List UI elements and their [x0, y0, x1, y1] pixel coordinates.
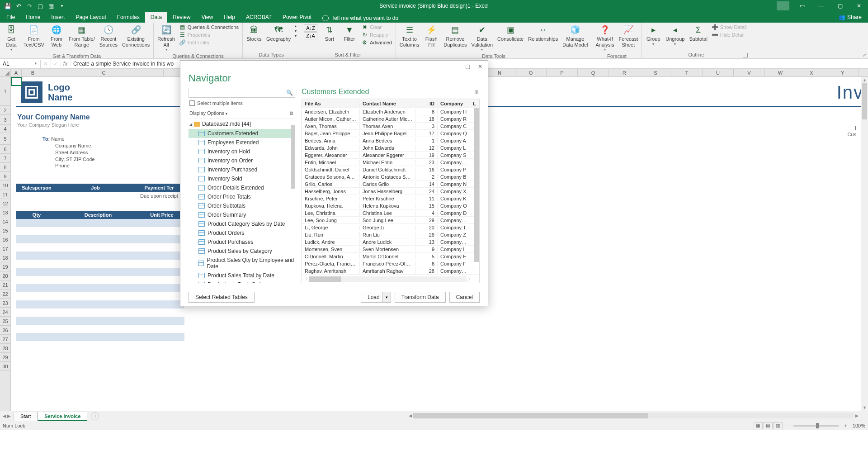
horizontal-scrollbar[interactable]: ◀ ▶ [407, 413, 860, 419]
col-header-P[interactable]: P [547, 69, 578, 76]
search-icon[interactable]: 🔍 [286, 90, 293, 96]
tree-item[interactable]: Inventory Purchased [189, 165, 295, 174]
display-options-dropdown[interactable]: Display Options ▾ 🗎 [189, 109, 295, 119]
col-header-X[interactable]: X [796, 69, 827, 76]
existing-conn-button[interactable]: 🔗Existing Connections [120, 24, 151, 48]
tree-item[interactable]: Inventory on Order [189, 156, 295, 165]
from-text-button[interactable]: 📄From Text/CSV [22, 24, 46, 48]
navigator-search[interactable]: 🔍 [189, 88, 295, 98]
col-header-V[interactable]: V [734, 69, 765, 76]
enter-formula-icon[interactable]: ✓ [51, 59, 61, 68]
dialog-restore-icon[interactable]: ▢ [462, 62, 473, 71]
row-header-3[interactable]: 3 [0, 115, 10, 125]
row-header-26[interactable]: 26 [0, 326, 10, 335]
table-row[interactable]: Lee, ChristinaChristina Lee4Company D [302, 209, 479, 217]
tab-nav[interactable]: ◀▶ [0, 413, 14, 418]
refresh-all-button[interactable]: 🔄Refresh All▾ [156, 24, 177, 52]
row-header-16[interactable]: 16 [0, 235, 10, 244]
row-header-28[interactable]: 28 [0, 344, 10, 353]
ungroup-button[interactable]: ◂Ungroup▾ [664, 24, 686, 47]
new-sheet-button[interactable]: + [91, 412, 99, 420]
table-row[interactable]: Grilo, CarlosCarlos Grilo14Company N [302, 180, 479, 188]
manage-model-button[interactable]: 🧊Manage Data Model [561, 24, 590, 48]
text-to-columns-button[interactable]: ☰Text to Columns [398, 24, 421, 48]
col-header-R[interactable]: R [609, 69, 640, 76]
scroll-up-icon[interactable]: ▲ [861, 77, 868, 83]
row-header-25[interactable]: 25 [0, 317, 10, 326]
dialog-close-icon[interactable]: ✕ [474, 62, 486, 71]
tree-item[interactable]: Order Price Totals [189, 192, 295, 201]
filter-button[interactable]: ▼Filter [340, 24, 359, 43]
tree-item[interactable]: Employees Extended [189, 138, 295, 147]
table-row[interactable]: Gratacos Solsona, AntonioAntonio Grataco… [302, 173, 479, 180]
tree-item[interactable]: Product Sales Qty by Employee and Date [189, 256, 295, 271]
sort-az-button[interactable]: A↓Z [304, 24, 317, 32]
flash-fill-button[interactable]: ⚡Flash Fill [422, 24, 441, 48]
table-row[interactable]: Autier Miconi, CatherineCatherine Autier… [302, 115, 479, 123]
select-multiple-checkbox[interactable]: Select multiple items [189, 98, 295, 109]
row-header-23[interactable]: 23 [0, 299, 10, 308]
forecast-sheet-button[interactable]: 📈Forecast Sheet [617, 24, 640, 48]
row-header-30[interactable]: 30 [0, 362, 10, 371]
tree-item[interactable]: Inventory Sold [189, 174, 295, 183]
redo-icon[interactable]: ↷ [24, 1, 34, 11]
search-input[interactable] [191, 90, 286, 95]
fx-icon[interactable]: fx [61, 59, 71, 68]
table-row[interactable]: Li, GeorgeGeorge Li20Company T [302, 224, 479, 231]
remove-duplicates-button[interactable]: ▤Remove Duplicates [442, 24, 468, 48]
minimize-icon[interactable]: — [812, 0, 830, 12]
transform-data-button[interactable]: Transform Data [395, 292, 446, 303]
chevron-down-icon[interactable]: ▼ [34, 62, 38, 66]
tab-help[interactable]: Help [218, 12, 241, 23]
row-header-13[interactable]: 13 [0, 208, 10, 217]
tab-data[interactable]: Data [145, 12, 167, 23]
zoom-level[interactable]: 100% [850, 423, 865, 428]
refresh-icon[interactable]: 🗎 [289, 110, 294, 116]
row-header-29[interactable]: 29 [0, 353, 10, 362]
table-row[interactable]: Bedecs, AnnaAnna Bedecs1Company A [302, 137, 479, 144]
checkbox-icon[interactable] [189, 100, 195, 106]
row-header-7[interactable]: 7 [0, 154, 10, 163]
row-header-12[interactable]: 12 [0, 199, 10, 208]
page-layout-button[interactable]: ▤ [764, 422, 773, 429]
row-header-4[interactable]: 4 [0, 125, 10, 133]
consolidate-button[interactable]: ▣Consolidate [495, 24, 525, 43]
data-types-gallery[interactable]: ▴▾▾ [293, 24, 298, 38]
tab-acrobat[interactable]: ACROBAT [241, 12, 277, 23]
page-break-button[interactable]: ▥ [774, 422, 783, 429]
row-header-15[interactable]: 15 [0, 226, 10, 235]
queries-conn-button[interactable]: ▤Queries & Connections [178, 24, 241, 31]
advanced-button[interactable]: ⚙Advanced [360, 39, 394, 46]
tree-item[interactable]: Customers Extended [189, 129, 295, 138]
col-header-B[interactable]: B [22, 69, 44, 76]
row-header-19[interactable]: 19 [0, 262, 10, 271]
collapse-icon[interactable]: ◢ [189, 122, 192, 126]
tab-page-layout[interactable]: Page Layout [70, 12, 111, 23]
normal-view-button[interactable]: ▦ [754, 422, 763, 429]
get-data-button[interactable]: 🗄Get Data▾ [2, 24, 21, 52]
scrollbar-thumb[interactable] [862, 83, 867, 119]
scroll-right-icon[interactable]: ▶ [854, 413, 860, 418]
recent-sources-button[interactable]: 🕓Recent Sources [98, 24, 119, 48]
col-header-S[interactable]: S [640, 69, 671, 76]
zoom-out-button[interactable]: − [783, 423, 790, 428]
table-row[interactable]: O'Donnell, MartinMartin O'Donnell5Compan… [302, 253, 479, 260]
sheet-tab-start[interactable]: Start [14, 412, 38, 421]
ribbon-options-icon[interactable]: ▭ [793, 0, 811, 12]
table-row[interactable]: Pérez-Olaeta, FranciscoFrancisco Pérez-O… [302, 260, 479, 267]
undo-icon[interactable]: ↶ [14, 1, 24, 11]
relationships-button[interactable]: ↔Relationships [526, 24, 560, 43]
col-header-Q[interactable]: Q [578, 69, 609, 76]
preview-table[interactable]: File As Contact Name ID Company L Anders… [302, 99, 480, 283]
table-row[interactable]: Edwards, JohnJohn Edwards12Company L [302, 144, 479, 152]
from-web-button[interactable]: 🌐From Web [47, 24, 66, 48]
zoom-in-button[interactable]: + [842, 423, 849, 428]
table-row[interactable]: Entin, MichaelMichael Entin23Company W [302, 159, 479, 166]
tree-item[interactable]: Product Category Sales by Date [189, 219, 295, 228]
preview-vscrollbar[interactable] [474, 108, 479, 276]
row-header-18[interactable]: 18 [0, 253, 10, 262]
tab-home[interactable]: Home [20, 12, 46, 23]
tab-formulas[interactable]: Formulas [112, 12, 145, 23]
new-icon[interactable]: ▢ [35, 1, 45, 11]
row-header-11[interactable]: 11 [0, 190, 10, 199]
